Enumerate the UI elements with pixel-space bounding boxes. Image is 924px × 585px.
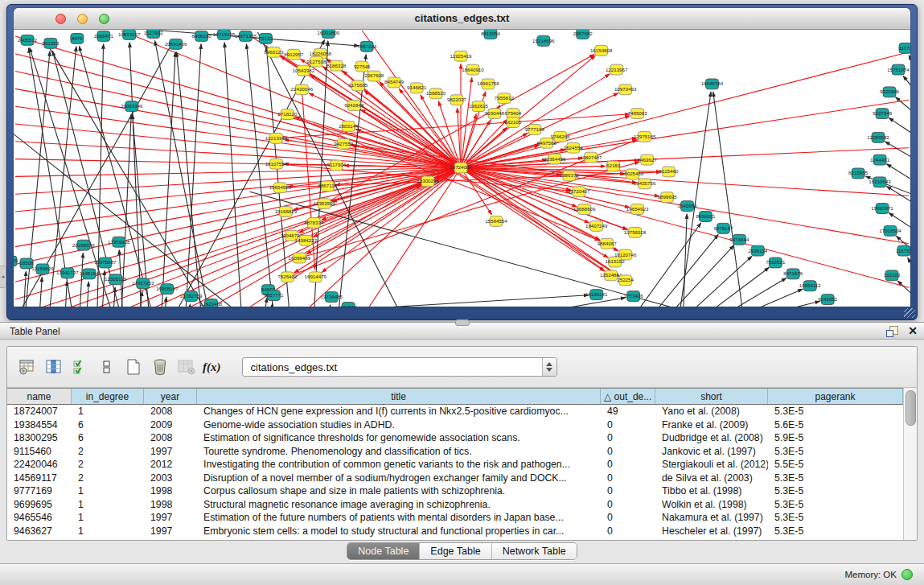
graph-edge[interactable]	[266, 47, 290, 307]
graph-edge[interactable]	[680, 92, 712, 307]
graph-edge[interactable]	[162, 52, 175, 307]
graph-node[interactable]: 122103	[884, 270, 901, 281]
table-cell[interactable]: Tourette syndrome. Phenomenology and cla…	[197, 445, 601, 459]
graph-node[interactable]: 12975185	[634, 131, 656, 142]
table-cell[interactable]: 14569117	[7, 472, 72, 485]
table-body[interactable]: 1872400712008Changes of HCN gene express…	[7, 405, 903, 540]
select-columns-icon[interactable]	[70, 356, 91, 377]
graph-node[interactable]: 14984222	[295, 235, 318, 245]
graph-node[interactable]: 124508	[340, 303, 357, 307]
graph-node[interactable]: 10756928	[624, 227, 647, 237]
table-cell[interactable]: 1997	[144, 511, 197, 525]
graph-node[interactable]: 1244413	[870, 154, 890, 165]
graph-edge[interactable]	[15, 89, 461, 167]
graph-node[interactable]: 961553	[43, 38, 60, 48]
graph-node[interactable]: 18407249	[585, 220, 608, 231]
table-cell[interactable]: 22420046	[7, 458, 72, 472]
table-cell[interactable]: Genome-wide association studies in ADHD.	[197, 418, 601, 432]
graph-node[interactable]: 8471676	[783, 269, 803, 279]
graph-edge[interactable]	[87, 282, 88, 307]
graph-node[interactable]: 2718120	[277, 109, 298, 120]
select-stepper-icon[interactable]	[542, 358, 556, 376]
graph-edge[interactable]	[703, 267, 769, 307]
graph-node[interactable]: 12505135	[105, 274, 127, 285]
table-cell[interactable]: Estimation of significance thresholds fo…	[197, 431, 601, 445]
table-cell[interactable]: 0	[601, 431, 655, 445]
graph-node[interactable]: 16961758	[477, 79, 499, 89]
table-cell[interactable]: Investigating the contribution of common…	[197, 458, 601, 472]
graph-node[interactable]: 9245652	[818, 295, 838, 305]
graph-node[interactable]: 8466160	[192, 31, 212, 41]
table-cell[interactable]: 2	[72, 472, 144, 485]
graph-node[interactable]: 19218596	[532, 35, 555, 46]
table-cell[interactable]: 18300295	[7, 431, 72, 445]
table-cell[interactable]: 1	[72, 484, 144, 498]
table-cell[interactable]: 18724007	[7, 405, 72, 418]
sidebar-collapse-tab[interactable]: ◂	[0, 266, 6, 288]
graph-node[interactable]: 9227349	[873, 109, 893, 119]
graph-node[interactable]: 15584554	[485, 216, 507, 226]
graph-node[interactable]: 16958167	[156, 284, 179, 295]
column-header-short[interactable]: short	[655, 389, 768, 404]
graph-node[interactable]: 11172	[899, 43, 910, 53]
graph-node[interactable]: 9242848	[344, 101, 364, 111]
column-header-name[interactable]: name	[7, 389, 72, 404]
graph-node[interactable]: 8979	[71, 33, 84, 43]
table-header-row[interactable]: namein_degreeyeartitle△ out_de...shortpa…	[7, 388, 903, 405]
table-cell[interactable]: 5.3E-5	[768, 445, 903, 459]
graph-node[interactable]: 8215955	[848, 168, 869, 179]
graph-node[interactable]: 93139	[14, 256, 18, 266]
graph-node[interactable]: 8186328	[326, 60, 347, 71]
graph-node[interactable]: 8813054	[481, 30, 501, 39]
graph-node[interactable]: 9329966	[880, 87, 900, 97]
table-cell[interactable]: Nakamura et al. (1997)	[655, 511, 768, 525]
column-header-pagerank[interactable]: pagerank	[768, 389, 903, 404]
graph-node[interactable]: 8938921	[696, 212, 716, 222]
network-table-select[interactable]: citations_edges.txt	[242, 357, 557, 377]
table-cell[interactable]: Franke et al. (2009)	[655, 418, 768, 432]
graph-node[interactable]: 20053346	[121, 101, 143, 112]
graph-node[interactable]: 16648784	[701, 79, 724, 89]
table-row[interactable]: 1456911722003Disruption of a novel membe…	[7, 472, 903, 485]
graph-node[interactable]: 18640910	[462, 64, 484, 75]
table-cell[interactable]: 5.9E-5	[768, 431, 903, 445]
graph-node[interactable]: 10653257	[118, 30, 141, 39]
table-cell[interactable]: Changes of HCN gene expression and I(f) …	[197, 405, 601, 418]
table-row[interactable]: 911546021997Tourette syndrome. Phenomeno…	[7, 445, 903, 459]
graph-edge[interactable]	[686, 256, 753, 307]
graph-node[interactable]: 7485063	[628, 109, 648, 119]
table-cell[interactable]: 5.5E-5	[768, 458, 903, 472]
table-cell[interactable]: 1	[72, 405, 144, 418]
table-cell[interactable]: 0	[601, 498, 655, 512]
graph-node[interactable]: 1753426	[624, 291, 644, 302]
table-cell[interactable]: 2	[72, 445, 144, 459]
table-cell[interactable]: 2008	[144, 405, 197, 418]
table-cell[interactable]: 1998	[144, 498, 197, 512]
graph-node[interactable]: 12213967	[606, 64, 628, 75]
tab-node-table[interactable]: Node Table	[347, 543, 420, 559]
table-cell[interactable]: 19384554	[7, 418, 72, 432]
graph-edge[interactable]	[165, 297, 166, 307]
graph-node[interactable]: 10688609	[573, 204, 596, 215]
graph-edge[interactable]	[713, 92, 744, 307]
graph-edge[interactable]	[79, 46, 153, 307]
graph-node[interactable]: 16210643	[869, 177, 891, 187]
column-header-out-degree[interactable]: △ out_de...	[601, 389, 655, 404]
graph-edge[interactable]	[270, 303, 273, 307]
graph-edge[interactable]	[897, 281, 910, 298]
table-row[interactable]: 969969511998Structural magnetic resonanc…	[7, 498, 903, 512]
close-panel-icon[interactable]: ✕	[908, 324, 918, 337]
graph-edge[interactable]	[189, 304, 191, 307]
table-cell[interactable]: 9699695	[7, 498, 72, 512]
graph-node[interactable]: 8912957	[284, 49, 304, 60]
table-cell[interactable]: 5.3E-5	[768, 405, 903, 418]
column-header-year[interactable]: year	[144, 389, 197, 404]
table-cell[interactable]: 1	[72, 511, 144, 525]
graph-node[interactable]: 2935114	[749, 245, 768, 256]
citation-graph[interactable]: 1872400718300295896012389129571822605891…	[14, 30, 910, 307]
graph-node[interactable]: 9146821	[407, 83, 427, 93]
table-cell[interactable]: 49	[601, 405, 655, 418]
new-table-icon[interactable]	[123, 356, 144, 377]
table-cell[interactable]: 1997	[144, 525, 197, 538]
graph-node[interactable]: 17016504	[879, 225, 901, 236]
